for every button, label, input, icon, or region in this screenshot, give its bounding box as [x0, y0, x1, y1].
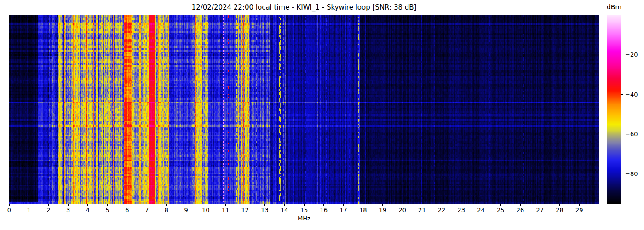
x-tick-label: 7: [140, 207, 154, 213]
x-tick-mark: [343, 204, 344, 206]
x-tick-label: 6: [120, 207, 134, 213]
x-tick-mark: [481, 204, 481, 206]
x-tick-mark: [166, 204, 167, 206]
x-tick-mark: [68, 204, 69, 206]
x-tick-mark: [304, 204, 305, 206]
colorbar-tick-label: −20: [625, 51, 638, 58]
x-tick-mark: [87, 204, 88, 206]
x-tick-mark: [225, 204, 226, 206]
x-tick-label: 20: [396, 207, 409, 213]
x-tick-mark: [245, 204, 245, 206]
x-tick-mark: [422, 204, 422, 206]
x-tick-label: 10: [199, 207, 213, 213]
x-tick-label: 1: [22, 207, 36, 213]
x-tick-label: 9: [179, 207, 193, 213]
x-tick-label: 0: [2, 207, 16, 213]
x-tick-label: 11: [218, 207, 232, 213]
x-tick-label: 15: [297, 207, 311, 213]
x-tick-label: 21: [415, 207, 429, 213]
x-axis-label: MHz: [9, 215, 599, 222]
x-tick-mark: [323, 204, 324, 206]
x-tick-label: 18: [356, 207, 370, 213]
x-tick-mark: [29, 204, 29, 206]
x-tick-mark: [442, 204, 442, 206]
colorbar-tick-mark: [621, 55, 623, 55]
x-tick-mark: [540, 204, 540, 206]
colorbar-tick-label: −80: [625, 170, 638, 178]
x-tick-mark: [382, 204, 383, 206]
x-tick-mark: [264, 204, 265, 206]
x-tick-mark: [48, 204, 49, 206]
x-tick-mark: [9, 204, 10, 206]
colorbar-tick-mark: [621, 134, 623, 134]
spectrogram-plot: [9, 15, 599, 204]
colorbar-gradient-canvas: [607, 15, 621, 204]
x-tick-mark: [284, 204, 285, 206]
x-tick-mark: [461, 204, 461, 206]
x-tick-mark: [500, 204, 501, 206]
x-tick-label: 2: [41, 207, 55, 213]
colorbar-ticks: −20−40−60−80: [621, 0, 644, 230]
colorbar-tick-label: −60: [625, 131, 638, 138]
colorbar: [607, 15, 621, 204]
x-tick-label: 17: [336, 207, 350, 213]
colorbar-tick-mark: [621, 94, 623, 95]
x-tick-label: 16: [317, 207, 331, 213]
x-tick-mark: [206, 204, 206, 206]
x-tick-label: 5: [101, 207, 115, 213]
x-tick-label: 8: [160, 207, 173, 213]
x-tick-label: 27: [533, 207, 547, 213]
x-tick-label: 13: [258, 207, 272, 213]
x-tick-label: 14: [277, 207, 291, 213]
x-tick-label: 19: [376, 207, 390, 213]
x-tick-mark: [107, 204, 108, 206]
x-tick-label: 12: [238, 207, 252, 213]
x-tick-mark: [186, 204, 186, 206]
x-tick-mark: [402, 204, 402, 206]
x-tick-mark: [147, 204, 147, 206]
x-tick-label: 23: [454, 207, 468, 213]
x-tick-label: 22: [435, 207, 448, 213]
x-tick-mark: [579, 204, 580, 206]
x-tick-label: 4: [81, 207, 95, 213]
colorbar-tick-mark: [621, 174, 623, 174]
x-tick-mark: [127, 204, 127, 206]
x-tick-mark: [520, 204, 521, 206]
spectrogram-canvas: [9, 15, 599, 204]
x-tick-label: 26: [513, 207, 527, 213]
x-tick-label: 25: [494, 207, 507, 213]
x-tick-label: 3: [61, 207, 75, 213]
spectrogram-figure: 12/02/2024 22:00 local time - KIWI_1 - S…: [0, 0, 644, 230]
chart-title: 12/02/2024 22:00 local time - KIWI_1 - S…: [9, 3, 599, 12]
x-tick-label: 28: [553, 207, 567, 213]
x-tick-label: 24: [474, 207, 488, 213]
x-tick-mark: [363, 204, 363, 206]
x-tick-label: 29: [572, 207, 586, 213]
x-tick-mark: [559, 204, 560, 206]
colorbar-tick-label: −40: [625, 91, 638, 98]
